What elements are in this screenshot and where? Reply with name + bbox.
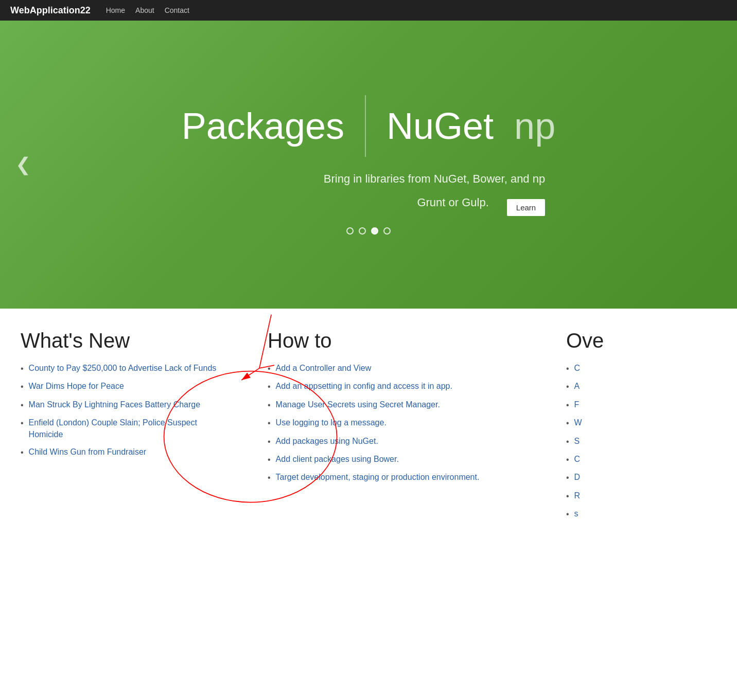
list-item: R: [566, 490, 716, 502]
list-item: A: [566, 381, 716, 392]
how-to-link-5[interactable]: Add client packages using Bower.: [276, 454, 399, 465]
list-item: War Dims Hope for Peace: [21, 381, 226, 392]
whats-new-link-3[interactable]: Enfield (London) Couple Slain; Police Su…: [29, 417, 226, 440]
list-item: s: [566, 508, 716, 520]
how-to-link-1[interactable]: Add an appsetting in config and access i…: [276, 381, 452, 392]
list-item: Child Wins Gun from Fundraiser: [21, 446, 226, 458]
list-item: F: [566, 399, 716, 411]
navbar: WebApplication22 Home About Contact: [0, 0, 737, 21]
overview-title: Ove: [566, 329, 716, 352]
list-item: S: [566, 436, 716, 447]
overview-link-4[interactable]: S: [574, 436, 580, 447]
overview-column: Ove C A F W S C: [546, 329, 737, 527]
how-to-list: Add a Controller and View Add an appsett…: [268, 363, 525, 484]
list-item: Man Struck By Lightning Faces Battery Ch…: [21, 399, 226, 411]
nav-about[interactable]: About: [135, 6, 154, 14]
whats-new-column: What's New County to Pay $250,000 to Adv…: [0, 329, 247, 527]
how-to-link-2[interactable]: Manage User Secrets using Secret Manager…: [276, 399, 440, 410]
how-to-column: How to Add a Controller and View Add an …: [247, 329, 546, 527]
hero-subtitle-row: Grunt or Gulp. Learn: [182, 196, 555, 220]
list-item: Add packages using NuGet.: [268, 436, 525, 447]
list-item: W: [566, 417, 716, 429]
list-item: Add client packages using Bower.: [268, 454, 525, 465]
carousel-dots: [182, 227, 555, 235]
hero-subtitle-line1: Bring in libraries from NuGet, Bower, an…: [182, 172, 555, 186]
list-item: Add an appsetting in config and access i…: [268, 381, 525, 392]
overview-link-0[interactable]: C: [574, 363, 581, 374]
overview-link-8[interactable]: s: [574, 508, 578, 519]
list-item: D: [566, 472, 716, 483]
navbar-links: Home About Contact: [106, 6, 189, 14]
hero-divider: [365, 95, 366, 157]
how-to-link-4[interactable]: Add packages using NuGet.: [276, 436, 378, 447]
hero-title-nuget: NuGet: [387, 105, 494, 147]
carousel-dot-4[interactable]: [383, 227, 391, 235]
nav-contact[interactable]: Contact: [165, 6, 189, 14]
how-to-link-6[interactable]: Target development, staging or productio…: [276, 472, 480, 483]
whats-new-link-0[interactable]: County to Pay $250,000 to Advertise Lack…: [29, 363, 217, 374]
whats-new-link-1[interactable]: War Dims Hope for Peace: [29, 381, 124, 392]
overview-link-3[interactable]: W: [574, 417, 582, 428]
list-item: Enfield (London) Couple Slain; Police Su…: [21, 417, 226, 440]
navbar-brand[interactable]: WebApplication22: [10, 5, 91, 16]
hero-title-packages: Packages: [182, 105, 344, 147]
carousel-dot-3[interactable]: [371, 227, 378, 235]
overview-link-5[interactable]: C: [574, 454, 581, 465]
hero-subtitle-line2: Grunt or Gulp.: [417, 196, 499, 209]
list-item: C: [566, 454, 716, 465]
main-content: What's New County to Pay $250,000 to Adv…: [0, 309, 737, 547]
learn-button[interactable]: Learn: [507, 199, 545, 216]
page-wrapper: WebApplication22 Home About Contact ❮ Pa…: [0, 0, 737, 547]
whats-new-link-4[interactable]: Child Wins Gun from Fundraiser: [29, 446, 147, 458]
list-item: C: [566, 363, 716, 374]
whats-new-title: What's New: [21, 329, 226, 352]
how-to-link-0[interactable]: Add a Controller and View: [276, 363, 372, 374]
hero-carousel: ❮ Packages NuGet np Bring in libraries f…: [0, 21, 737, 309]
carousel-dot-2[interactable]: [359, 227, 366, 235]
overview-list: C A F W S C D: [566, 363, 716, 520]
list-item: Target development, staging or productio…: [268, 472, 525, 483]
list-item: County to Pay $250,000 to Advertise Lack…: [21, 363, 226, 374]
whats-new-link-2[interactable]: Man Struck By Lightning Faces Battery Ch…: [29, 399, 201, 410]
overview-link-7[interactable]: R: [574, 490, 581, 501]
list-item: Use logging to log a message.: [268, 417, 525, 429]
whats-new-list: County to Pay $250,000 to Advertise Lack…: [21, 363, 226, 458]
overview-link-1[interactable]: A: [574, 381, 580, 392]
how-to-link-3[interactable]: Use logging to log a message.: [276, 417, 387, 428]
overview-link-6[interactable]: D: [574, 472, 581, 483]
carousel-prev-button[interactable]: ❮: [15, 154, 31, 175]
list-item: Manage User Secrets using Secret Manager…: [268, 399, 525, 411]
list-item: Add a Controller and View: [268, 363, 525, 374]
how-to-title: How to: [268, 329, 525, 352]
carousel-dot-1[interactable]: [346, 227, 354, 235]
hero-title-npm: np: [514, 105, 555, 147]
hero-content: Packages NuGet np Bring in libraries fro…: [182, 95, 555, 235]
nav-home[interactable]: Home: [106, 6, 125, 14]
hero-title-row: Packages NuGet np: [182, 95, 555, 157]
overview-link-2[interactable]: F: [574, 399, 580, 410]
